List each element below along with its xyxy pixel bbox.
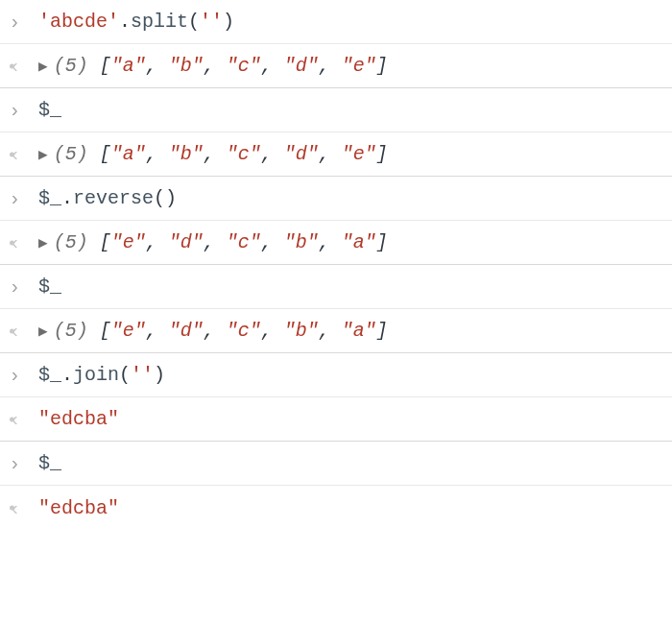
prompt-output-icon: ‹ — [8, 143, 38, 165]
console-output-value: ▶(5) ["e", "d", "c", "b", "a"] — [38, 320, 664, 342]
console-input-code: $_.join('') — [38, 364, 664, 386]
console-output-value: "edcba" — [38, 497, 664, 519]
console-input-code: $_ — [38, 452, 664, 474]
console-input-row[interactable]: ›$_ — [0, 442, 672, 486]
expand-icon[interactable]: ▶ — [38, 322, 48, 341]
console-input-row[interactable]: ›$_ — [0, 88, 672, 132]
console-output-row: ‹"edcba" — [0, 397, 672, 442]
prompt-input-icon: › — [8, 452, 38, 474]
prompt-output-icon: ‹ — [8, 231, 38, 253]
prompt-output-icon: ‹ — [8, 408, 38, 430]
console-input-row[interactable]: ›$_.join('') — [0, 353, 672, 397]
array-length: (5) — [54, 143, 100, 165]
array-length: (5) — [54, 55, 100, 77]
prompt-input-icon: › — [8, 187, 38, 209]
console-input-row[interactable]: ›$_ — [0, 265, 672, 309]
prompt-input-icon: › — [8, 364, 38, 386]
prompt-input-icon: › — [8, 276, 38, 298]
prompt-input-icon: › — [8, 11, 38, 33]
console-output-row: ‹▶(5) ["e", "d", "c", "b", "a"] — [0, 221, 672, 265]
console-input-code: $_ — [38, 99, 664, 121]
expand-icon[interactable]: ▶ — [38, 233, 48, 252]
console-input-code: $_ — [38, 276, 664, 298]
console-output-value: "edcba" — [38, 408, 664, 430]
prompt-output-icon: ‹ — [8, 55, 38, 77]
console-log: ›'abcde'.split('')‹▶(5) ["a", "b", "c", … — [0, 0, 672, 530]
prompt-input-icon: › — [8, 99, 38, 121]
expand-icon[interactable]: ▶ — [38, 57, 48, 76]
console-output-value: ▶(5) ["a", "b", "c", "d", "e"] — [38, 143, 664, 165]
prompt-output-icon: ‹ — [8, 320, 38, 342]
console-output-value: ▶(5) ["a", "b", "c", "d", "e"] — [38, 55, 664, 77]
console-output-row: ‹▶(5) ["a", "b", "c", "d", "e"] — [0, 132, 672, 177]
console-input-row[interactable]: ›'abcde'.split('') — [0, 0, 672, 44]
array-length: (5) — [54, 320, 100, 342]
console-input-row[interactable]: ›$_.reverse() — [0, 177, 672, 221]
console-input-code: 'abcde'.split('') — [38, 11, 664, 33]
prompt-output-icon: ‹ — [8, 497, 38, 519]
console-output-row: ‹▶(5) ["a", "b", "c", "d", "e"] — [0, 44, 672, 88]
console-output-value: ▶(5) ["e", "d", "c", "b", "a"] — [38, 231, 664, 253]
console-output-row: ‹"edcba" — [0, 486, 672, 530]
console-input-code: $_.reverse() — [38, 187, 664, 209]
console-output-row: ‹▶(5) ["e", "d", "c", "b", "a"] — [0, 309, 672, 353]
expand-icon[interactable]: ▶ — [38, 145, 48, 164]
array-length: (5) — [54, 231, 100, 253]
